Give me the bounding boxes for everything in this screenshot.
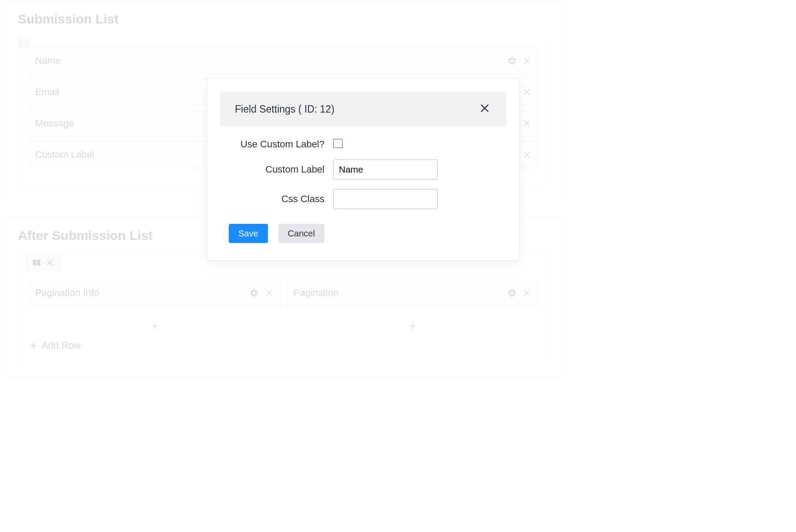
- field-row[interactable]: Pagination: [287, 280, 539, 306]
- use-custom-label-label: Use Custom Label?: [229, 139, 333, 150]
- panel-body: Pagination Info Pagination: [18, 253, 550, 365]
- close-icon[interactable]: [523, 150, 532, 160]
- use-custom-label-checkbox[interactable]: [333, 139, 343, 148]
- panel-title: Submission List: [18, 6, 550, 37]
- css-class-label: Css Class: [229, 193, 333, 205]
- custom-label-label: Custom Label: [229, 164, 333, 175]
- row-handle[interactable]: [18, 37, 30, 49]
- add-field-button[interactable]: [29, 316, 281, 336]
- plus-icon: [408, 321, 418, 331]
- add-field-button[interactable]: [287, 316, 539, 336]
- modal-header: Field Settings ( ID: 12): [220, 92, 506, 126]
- add-row-label: Add Row: [42, 340, 80, 351]
- close-icon[interactable]: [523, 119, 532, 128]
- columns-icon[interactable]: [32, 258, 41, 267]
- modal-title: Field Settings ( ID: 12): [235, 103, 334, 115]
- gear-icon[interactable]: [249, 288, 259, 298]
- field-row[interactable]: Name: [29, 48, 539, 74]
- plus-icon: [29, 341, 38, 350]
- custom-label-input[interactable]: [333, 160, 438, 180]
- field-label: Name: [35, 55, 61, 66]
- row-toolbar: [26, 254, 61, 271]
- field-label: Custom Label: [35, 149, 94, 160]
- close-icon[interactable]: [265, 288, 274, 298]
- field-settings-modal: Field Settings ( ID: 12) Use Custom Labe…: [207, 78, 520, 261]
- field-label: Email: [35, 86, 59, 98]
- gear-icon[interactable]: [507, 288, 517, 298]
- close-icon[interactable]: [523, 87, 532, 97]
- modal-close-button[interactable]: [479, 102, 492, 116]
- cancel-button[interactable]: Cancel: [278, 224, 324, 243]
- field-label: Pagination: [294, 287, 339, 299]
- close-icon[interactable]: [523, 288, 532, 298]
- field-row[interactable]: Pagination Info: [29, 280, 281, 306]
- gear-icon[interactable]: [507, 56, 517, 66]
- close-icon[interactable]: [523, 56, 532, 66]
- field-label: Message: [35, 118, 74, 129]
- save-button[interactable]: Save: [229, 224, 268, 243]
- field-label: Pagination Info: [35, 287, 99, 299]
- close-icon[interactable]: [46, 258, 55, 267]
- add-row-button[interactable]: Add Row: [29, 336, 539, 351]
- css-class-input[interactable]: [333, 189, 438, 209]
- plus-icon: [150, 321, 160, 331]
